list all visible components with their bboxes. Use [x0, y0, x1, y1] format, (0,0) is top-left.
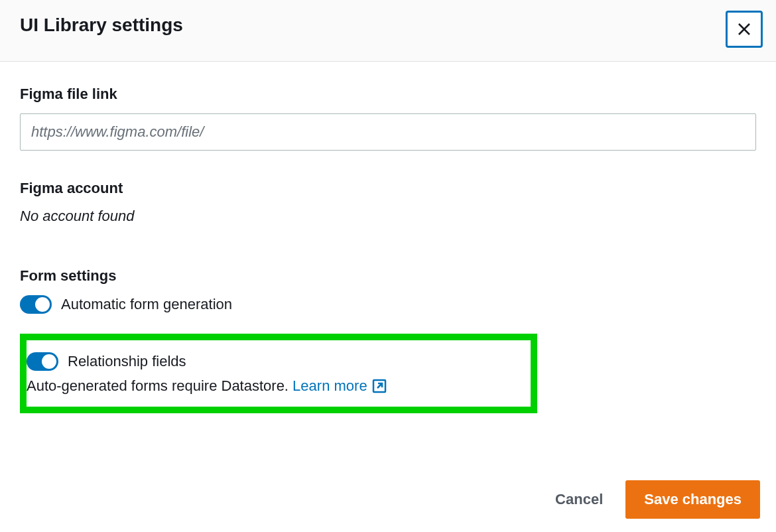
figma-account-status: No account found [20, 208, 756, 225]
cancel-button[interactable]: Cancel [550, 483, 608, 516]
relationship-fields-row: Relationship fields [27, 352, 521, 371]
figma-link-label: Figma file link [20, 86, 756, 103]
learn-more-text: Learn more [292, 377, 367, 395]
auto-generation-toggle[interactable] [20, 295, 52, 314]
modal-header: UI Library settings [0, 0, 776, 62]
close-button[interactable] [726, 11, 763, 48]
modal-title: UI Library settings [20, 11, 183, 36]
relationship-fields-toggle[interactable] [27, 352, 58, 371]
toggle-knob [42, 354, 56, 369]
helper-text-content: Auto-generated forms require Datastore. [27, 377, 289, 394]
figma-link-input[interactable] [20, 113, 756, 151]
figma-account-label: Figma account [20, 180, 756, 197]
relationship-fields-label: Relationship fields [68, 353, 186, 370]
form-settings-section: Form settings Automatic form generation … [20, 267, 756, 413]
toggle-knob [35, 297, 50, 312]
save-changes-button[interactable]: Save changes [625, 480, 760, 519]
auto-generation-row: Automatic form generation [20, 295, 756, 314]
modal-content: Figma file link Figma account No account… [0, 62, 776, 427]
form-settings-label: Form settings [20, 267, 756, 285]
figma-account-section: Figma account No account found [20, 180, 756, 225]
relationship-fields-highlight: Relationship fields Auto-generated forms… [20, 334, 537, 413]
relationship-helper-text: Auto-generated forms require Datastore. … [27, 377, 521, 395]
modal-footer: Cancel Save changes [0, 467, 776, 532]
learn-more-link[interactable]: Learn more [292, 377, 387, 395]
external-link-icon [371, 378, 387, 394]
auto-generation-label: Automatic form generation [61, 296, 232, 313]
close-icon [736, 21, 752, 37]
figma-link-section: Figma file link [20, 86, 756, 151]
